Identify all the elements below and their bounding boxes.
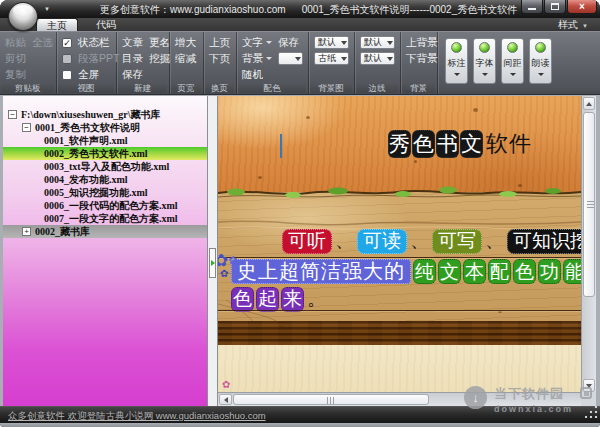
maximize-button[interactable] <box>544 0 566 14</box>
border-combo-2[interactable]: 默认 <box>360 52 395 65</box>
collapse-icon[interactable]: − <box>8 110 17 119</box>
copy-button[interactable]: 复制 <box>5 68 26 82</box>
expand-icon[interactable]: + <box>22 227 31 236</box>
spacing-icon <box>507 42 518 53</box>
rename-button[interactable]: 更名 <box>149 36 170 50</box>
char-box: 配 <box>488 259 511 284</box>
close-icon: × <box>579 2 585 12</box>
minimize-button[interactable] <box>521 0 543 14</box>
chevron-down-icon <box>454 73 460 76</box>
statusbar-toggle-label[interactable]: 状态栏 <box>78 36 110 50</box>
font-button[interactable]: 字体 <box>473 38 496 84</box>
paste-button[interactable]: 粘贴 <box>5 36 26 50</box>
increase-button[interactable]: 增大 <box>175 36 196 50</box>
text-line-1[interactable]: 可听 、 可读 、 可写 、 可知识挖 <box>282 228 581 254</box>
statusbar-checkbox[interactable]: ✓ <box>62 38 72 48</box>
paper-speckle <box>258 176 262 179</box>
highlight-green-chars: 纯文本配色功能 <box>413 259 581 284</box>
tree-item-selected[interactable]: 0002_秀色书文软件.xml <box>3 147 207 160</box>
close-button[interactable]: × <box>567 0 597 14</box>
tree-item[interactable]: 0003_txt导入及配色功能.xml <box>3 160 207 173</box>
toc-button[interactable]: 目录 <box>122 52 143 66</box>
group-label-border: 边线 <box>356 83 398 93</box>
ribbon-tab-row: 主页 代码 样式▼ <box>0 18 600 31</box>
tree-node-0001[interactable]: −0001_秀色书文软件说明 <box>3 121 207 134</box>
bg-image-combo-1[interactable]: 默认 <box>314 36 349 49</box>
paragraph-ppt-checkbox[interactable] <box>62 54 72 64</box>
tree-item[interactable]: 0006_一段代码的配色方案.xml <box>3 199 207 212</box>
vertical-scrollbar[interactable] <box>581 96 596 406</box>
tree-item[interactable]: 0004_发布功能.xml <box>3 173 207 186</box>
title-plain: 软件 <box>486 129 532 159</box>
char-box: 色 <box>231 287 254 312</box>
text-line-3[interactable]: 色起来 。 <box>231 286 329 312</box>
panel-splitter[interactable] <box>207 96 218 406</box>
tab-code[interactable]: 代码 <box>86 18 126 31</box>
annotate-button[interactable]: 标注 <box>445 38 468 84</box>
chevron-down-icon <box>482 73 488 76</box>
app-menu-orb[interactable] <box>8 2 38 31</box>
scroll-up-button[interactable] <box>583 97 595 110</box>
orb-highlight <box>13 5 33 16</box>
arrow-up-icon <box>586 102 592 106</box>
tree-node-0002[interactable]: +0002_藏书库 <box>3 225 207 238</box>
tree-root[interactable]: −F:\down\xiuseshuwen_gr\藏书库 <box>3 108 207 121</box>
bottom-background-button[interactable]: 下背景 <box>406 52 438 66</box>
highlight-black: 可知识挖 <box>507 229 581 254</box>
tree-item[interactable]: 0005_知识挖掘功能.xml <box>3 186 207 199</box>
read-aloud-button[interactable]: 朗读 <box>529 38 552 84</box>
mine-button[interactable]: 挖掘 <box>149 52 170 66</box>
article-button[interactable]: 文章 <box>122 36 143 50</box>
collapse-icon[interactable]: − <box>22 123 31 132</box>
download-icon: ↓ <box>464 386 487 409</box>
tab-home[interactable]: 主页 <box>36 18 78 31</box>
prev-page-button[interactable]: 上页 <box>209 36 230 50</box>
decrease-button[interactable]: 缩减 <box>175 52 196 66</box>
background-color-combo[interactable] <box>278 52 303 65</box>
border-combo-1[interactable]: 默认 <box>360 36 395 49</box>
text-color-dropdown-icon[interactable] <box>266 41 272 44</box>
group-label-clipboard: 剪贴板 <box>1 83 54 93</box>
tree-item[interactable]: 0007_一段文字的配色方案.xml <box>3 212 207 225</box>
save-button[interactable]: 保存 <box>122 68 143 82</box>
save-color-button[interactable]: 保存 <box>278 36 299 50</box>
background-color-dropdown-icon[interactable] <box>266 57 272 60</box>
scroll-left-button[interactable] <box>219 394 232 405</box>
paper-speckle <box>306 116 310 119</box>
fullscreen-label[interactable]: 全屏 <box>78 68 99 82</box>
text-caret <box>280 134 282 158</box>
fullscreen-checkbox[interactable] <box>62 70 72 80</box>
text-color-button[interactable]: 文字 <box>242 36 263 50</box>
cut-button[interactable]: 剪切 <box>5 52 26 66</box>
ribbon-group-coloring: 文字保存 背景 随机 配色 <box>237 32 309 94</box>
document-canvas[interactable]: 秀色书文 软件 可听 、 可读 、 可写 、 可知识挖 史上超简洁强大的 纯文本… <box>218 96 581 406</box>
read-aloud-icon <box>535 42 546 53</box>
group-label-page-width: 页宽 <box>171 83 201 93</box>
char-box: 能 <box>563 259 581 284</box>
combo-arrow-icon <box>341 57 347 61</box>
char-box: 本 <box>463 259 486 284</box>
select-all-button[interactable]: 全选 <box>32 36 53 50</box>
spacing-button[interactable]: 间距 <box>501 38 524 84</box>
style-menu-button[interactable]: 样式▼ <box>558 18 588 31</box>
text-line-2[interactable]: 史上超简洁强大的 纯文本配色功能 <box>231 259 581 284</box>
background-color-button[interactable]: 背景 <box>242 52 263 66</box>
status-link[interactable]: 众多创意软件 欢迎登陆古典小说网 www.gudianxiaoshuo.com <box>8 410 266 423</box>
window-title-site: 更多创意软件：www.gudianxiaoshuo.com <box>100 3 286 17</box>
title-bar[interactable]: ▼ 更多创意软件：www.gudianxiaoshuo.com 0001_秀色书… <box>0 0 600 18</box>
tree-item[interactable]: 0001_软件声明.xml <box>3 134 207 147</box>
document-title[interactable]: 秀色书文 软件 <box>388 129 532 159</box>
vertical-scroll-thumb[interactable] <box>583 112 595 297</box>
paper-speckle <box>414 160 417 163</box>
horizontal-scroll-thumb[interactable] <box>233 394 429 405</box>
paper-speckle <box>473 108 478 112</box>
random-color-button[interactable]: 随机 <box>242 68 263 82</box>
quick-access-dropdown-icon[interactable]: ▼ <box>44 6 50 12</box>
splitter-handle[interactable] <box>209 248 216 278</box>
top-background-button[interactable]: 上背景 <box>406 36 438 50</box>
ribbon: 粘贴全选 剪切 复制 剪贴板 ✓状态栏 段落PPT 全屏 视图 文章更名 目录挖… <box>0 31 600 94</box>
combo-arrow-icon <box>341 41 347 45</box>
bg-image-combo-2[interactable]: 古纸 <box>314 52 349 65</box>
paragraph-ppt-label[interactable]: 段落PPT <box>78 52 119 66</box>
next-page-button[interactable]: 下页 <box>209 52 230 66</box>
